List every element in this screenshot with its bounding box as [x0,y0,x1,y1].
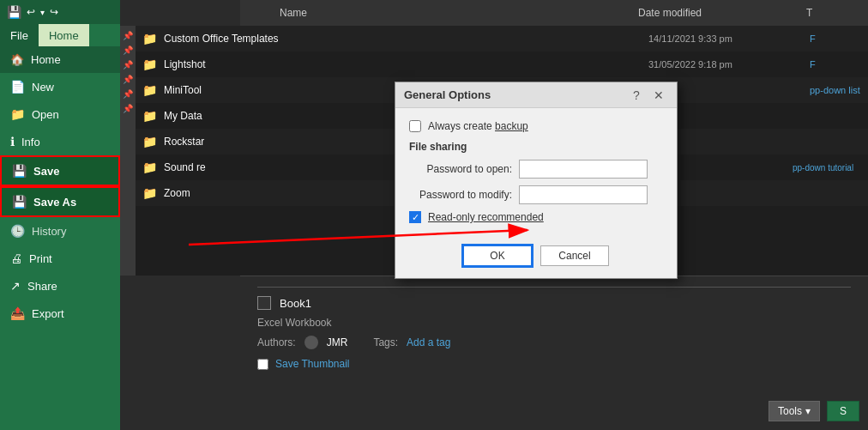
readonly-row: ✓ Read-only recommended [409,211,663,223]
backup-row: Always create backup [409,120,663,132]
password-open-input[interactable] [519,160,648,179]
dialog-title: General Options [404,88,491,101]
readonly-checkbox[interactable]: ✓ [409,211,421,223]
file-sharing-label: File sharing [409,141,663,153]
dialog-help-button[interactable]: ? [627,86,646,105]
cancel-button[interactable]: Cancel [540,245,609,266]
password-modify-label: Password to modify: [409,189,512,201]
backup-link: backup [495,120,528,132]
readonly-label: Read-only recommended [428,211,544,223]
general-options-dialog: General Options ? ✕ Always create backup… [395,82,678,279]
password-open-label: Password to open: [409,163,512,175]
dialog-footer: OK Cancel [395,245,677,278]
backup-checkbox[interactable] [409,120,421,132]
dialog-titlebar: General Options ? ✕ [395,82,677,108]
dialog-body: Always create backup File sharing Passwo… [395,108,677,245]
password-open-row: Password to open: [409,160,663,179]
backup-label: Always create backup [428,120,528,132]
checkmark-icon: ✓ [412,212,419,223]
dialog-close-button[interactable]: ✕ [649,86,668,105]
password-modify-row: Password to modify: [409,185,663,204]
dialog-controls: ? ✕ [627,86,668,105]
password-modify-input[interactable] [519,185,648,204]
dialog-overlay: General Options ? ✕ Always create backup… [0,0,868,430]
ok-button[interactable]: OK [463,245,532,266]
